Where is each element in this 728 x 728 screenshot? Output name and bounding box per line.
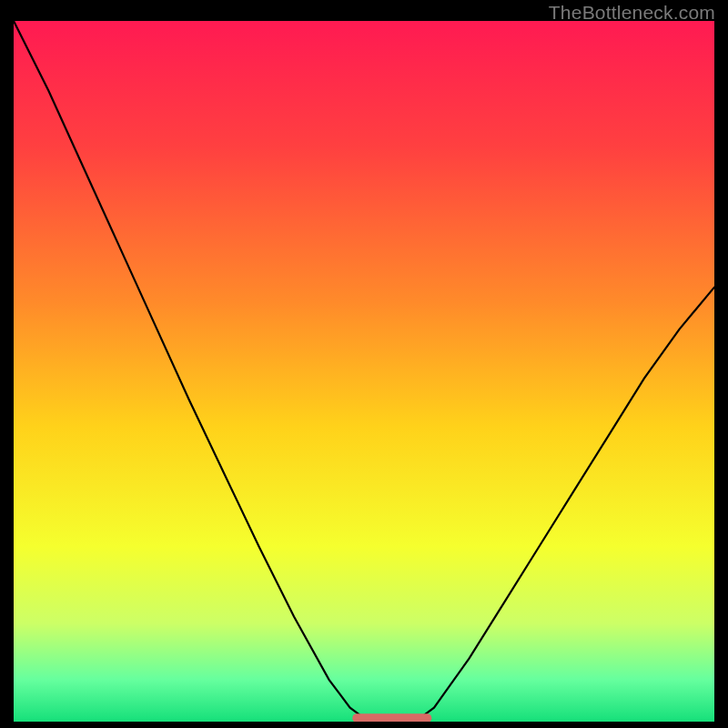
gradient-background bbox=[14, 21, 714, 722]
chart-frame bbox=[14, 21, 714, 722]
bottleneck-chart bbox=[14, 21, 714, 722]
